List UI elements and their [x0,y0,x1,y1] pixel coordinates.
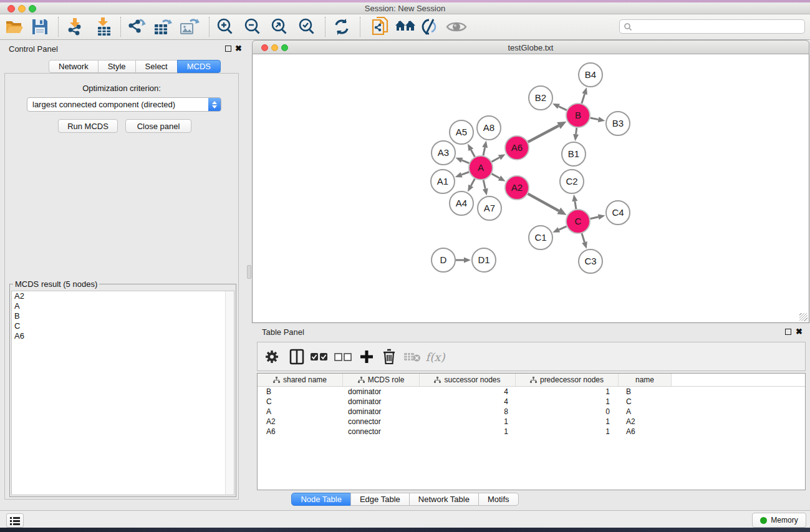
graph-edge-B-B3[interactable] [591,118,599,120]
browse-columns-icon[interactable] [286,346,307,367]
tab-edge-table[interactable]: Edge Table [350,493,410,506]
copy-network-document-icon[interactable] [369,16,392,37]
tab-node-table[interactable]: Node Table [291,493,351,506]
add-row-icon[interactable] [356,346,377,367]
vertical-split-handle[interactable] [247,265,251,279]
cell-successors[interactable]: 1 [420,417,516,426]
cell-shared[interactable]: A [258,407,343,416]
table-row[interactable]: Bdominator41B [258,387,805,397]
zoom-out-icon[interactable] [241,16,264,37]
cell-predecessors[interactable]: 0 [516,407,619,416]
hide-graphics-details-icon[interactable] [419,16,441,37]
graph-edge-A-A7[interactable] [483,180,485,189]
tab-motifs[interactable]: Motifs [478,493,519,506]
close-panel-button[interactable]: Close panel [125,119,191,133]
mcds-result-item[interactable]: C [12,321,234,331]
export-table-icon[interactable] [152,16,174,37]
cell-role[interactable]: dominator [343,397,420,406]
column-header-mcds-role[interactable]: MCDS role [343,374,420,386]
search-input[interactable] [632,21,804,32]
cell-role[interactable]: connector [343,417,420,426]
import-table-icon[interactable] [93,16,115,37]
cell-shared[interactable]: C [258,397,343,406]
mcds-result-item[interactable]: A6 [12,331,234,341]
graph-edge-C-C4[interactable] [591,217,599,219]
graph-edge-A-A3[interactable] [462,160,470,163]
delete-table-icon[interactable] [402,346,423,367]
column-header-name[interactable]: name [619,374,672,386]
tab-network-table[interactable]: Network Table [409,493,479,506]
cell-successors[interactable]: 1 [420,427,516,436]
graph-edge-A-A5[interactable] [471,150,475,157]
graph-edge-A-A6[interactable] [492,157,499,162]
function-builder-icon[interactable]: f(x) [425,346,446,367]
graph-edge-B-B4[interactable] [582,94,585,104]
table-row[interactable]: Adominator80A [258,407,805,417]
task-history-button[interactable] [6,513,24,528]
cell-shared[interactable]: A6 [258,427,343,436]
memory-button[interactable]: Memory [752,513,806,528]
graph-edge-C-C1[interactable] [559,226,566,230]
cell-predecessors[interactable]: 1 [516,417,619,426]
graph-edge-A-A4[interactable] [471,179,475,186]
resize-grip[interactable] [799,313,808,321]
cell-name[interactable]: A2 [619,417,672,426]
delete-row-trash-icon[interactable] [378,346,400,367]
tab-style[interactable]: Style [98,60,136,73]
criterion-dropdown[interactable]: largest connected component (directed) [27,97,221,112]
network-graph[interactable]: A5A8A3AA1A4A7A6A2BB2B4B3B1CC2C4C1C3DD1 [253,54,809,322]
graph-edge-A-A2[interactable] [492,174,499,178]
cell-role[interactable]: dominator [343,387,420,396]
table-row[interactable]: Cdominator41C [258,397,805,407]
cell-role[interactable]: connector [343,427,420,436]
control-panel-close-icon[interactable]: ✖ [235,45,242,52]
graph-edge-A-A1[interactable] [461,172,469,175]
run-mcds-button[interactable]: Run MCDS [58,119,118,133]
open-session-icon[interactable] [4,16,26,37]
cell-name[interactable]: B [619,387,672,396]
cell-successors[interactable]: 4 [420,397,516,406]
export-image-icon[interactable] [178,16,200,37]
cell-predecessors[interactable]: 1 [516,387,619,396]
cell-shared[interactable]: A2 [258,417,343,426]
network-canvas[interactable]: A5A8A3AA1A4A7A6A2BB2B4B3B1CC2C4C1C3DD1 [252,54,809,323]
result-list-scrollbar[interactable] [225,291,234,495]
refresh-layout-icon[interactable] [330,16,353,37]
cell-name[interactable]: A [619,407,672,416]
deselect-all-checkboxes-icon[interactable] [332,346,354,367]
graph-edge-A-A8[interactable] [483,147,485,155]
export-network-icon[interactable] [125,16,147,37]
cell-shared[interactable]: B [258,387,343,396]
zoom-fit-icon[interactable] [268,16,291,37]
select-all-checkboxes-icon[interactable] [309,346,330,367]
graph-edge-C-C2[interactable] [575,201,576,210]
tab-mcds[interactable]: MCDS [177,60,221,73]
column-header-predecessor-nodes[interactable]: predecessor nodes [516,374,619,386]
mcds-result-item[interactable]: A2 [12,291,234,301]
show-view-eye-icon[interactable] [445,16,468,37]
cell-name[interactable]: A6 [619,427,672,436]
table-panel-close-icon[interactable]: ✖ [796,328,803,336]
cell-role[interactable]: dominator [343,407,420,416]
tab-network[interactable]: Network [49,60,99,73]
graph-edge-C-C3[interactable] [582,233,584,242]
network-window-titlebar[interactable]: testGlobe.txt [252,40,809,54]
tab-select[interactable]: Select [135,60,178,73]
cell-predecessors[interactable]: 1 [516,397,619,406]
cell-predecessors[interactable]: 1 [516,427,619,436]
settings-gear-icon[interactable] [261,346,282,367]
graph-edge-A2-C[interactable] [528,194,559,211]
table-row[interactable]: A6connector11A6 [258,427,805,437]
graph-edge-B-B1[interactable] [576,128,577,134]
cell-successors[interactable]: 4 [420,387,516,396]
save-session-icon[interactable] [29,16,51,37]
mcds-result-item[interactable]: A [12,301,234,311]
mcds-result-item[interactable]: B [12,311,234,321]
zoom-selected-icon[interactable] [296,16,318,37]
table-panel-float-icon[interactable] [785,329,791,335]
import-network-icon[interactable] [64,16,86,37]
cell-successors[interactable]: 8 [420,407,516,416]
control-panel-float-icon[interactable] [225,46,231,52]
graph-edge-A6-B[interactable] [528,125,559,142]
houses-icon[interactable] [394,16,417,37]
